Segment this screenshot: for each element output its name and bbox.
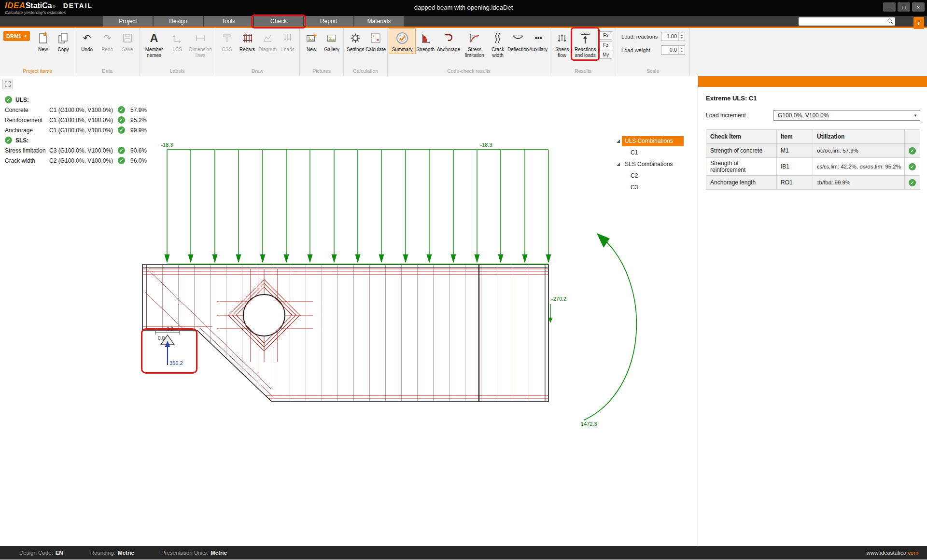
check-icon: ✓ xyxy=(118,116,125,124)
distributed-load: -18.3 -18.3 xyxy=(161,142,551,264)
strength-button[interactable]: Strength xyxy=(415,29,435,54)
gallery-button[interactable]: Gallery xyxy=(322,29,342,54)
reactions-and-loads-button[interactable]: Reactions and loads xyxy=(572,29,598,59)
tree-item-sls-combinations[interactable]: SLS Combinations xyxy=(614,158,684,170)
extreme-title: Extreme ULS: C1 xyxy=(706,95,920,102)
strength-icon xyxy=(420,32,431,44)
settings-button[interactable]: Settings xyxy=(345,29,365,54)
dimension-lines-icon xyxy=(195,33,206,43)
info-icon: i xyxy=(918,19,920,27)
load-weight-scale-input[interactable]: 0.0 ▲▼ xyxy=(661,45,685,55)
ribbon-tab-bar: Project Design Tools Check Report Materi… xyxy=(0,16,927,28)
table-row[interactable]: Strength of reinforcement IB1 εs/εs,lim:… xyxy=(706,158,920,176)
moment-arrow: 1472.3 xyxy=(581,233,636,427)
project-item-selector[interactable]: DRM1 ▼ xyxy=(3,31,30,41)
svg-text:×: × xyxy=(377,38,379,42)
tab-project[interactable]: Project xyxy=(103,16,153,27)
settings-gear-icon xyxy=(350,32,361,44)
col-header-status xyxy=(905,130,920,144)
undo-button[interactable]: ↶ Undo xyxy=(77,29,97,54)
load-increment-dropdown[interactable]: G100.0%, V100.0% ▼ xyxy=(773,110,920,121)
stress-limitation-button[interactable]: Stress limitation xyxy=(462,29,488,59)
website-link[interactable]: www.ideastatica.com xyxy=(867,550,918,556)
redo-button[interactable]: ↷ Redo xyxy=(97,29,117,54)
table-row[interactable]: Anchorage length RO1 τb/fbd: 99.9% ✓ xyxy=(706,176,920,190)
lcs-button[interactable]: LCS xyxy=(167,29,187,54)
fit-view-icon xyxy=(4,81,11,87)
spin-up-icon[interactable]: ▲ xyxy=(680,47,683,50)
spin-down-icon[interactable]: ▼ xyxy=(680,50,683,54)
anchorage-button[interactable]: Anchorage xyxy=(435,29,462,54)
presentation-units-status: Presentation Units:Metric xyxy=(161,550,227,556)
tab-check[interactable]: Check xyxy=(254,16,303,27)
ribbon-group-code-check: Summary Strength Anchorage Stress limita… xyxy=(388,28,550,76)
redo-icon: ↷ xyxy=(103,33,112,43)
spin-down-icon[interactable]: ▼ xyxy=(680,37,683,40)
auxiliary-button[interactable]: ••• Auxiliary xyxy=(528,29,548,54)
check-icon: ✓ xyxy=(5,96,12,103)
deflection-button[interactable]: Deflection xyxy=(508,29,528,54)
tree-item-c2[interactable]: C2 xyxy=(628,170,684,182)
design-code-status: Design Code:EN xyxy=(19,550,63,556)
tab-design[interactable]: Design xyxy=(154,16,203,27)
info-button[interactable]: i xyxy=(913,17,924,29)
group-label-scale: Scale xyxy=(618,68,688,76)
spin-up-icon[interactable]: ▲ xyxy=(680,33,683,37)
table-row[interactable]: Strength of concrete M1 σc/σc,lim: 57.9%… xyxy=(706,144,920,158)
copy-project-item-button[interactable]: Copy xyxy=(53,29,73,54)
svg-text:+: + xyxy=(372,34,375,39)
diagram-button[interactable]: Diagram xyxy=(257,29,278,54)
shear-mark: -270.2 xyxy=(548,296,567,323)
new-project-item-button[interactable]: New xyxy=(33,29,53,54)
reactions-icon xyxy=(579,32,591,44)
new-picture-button[interactable]: New xyxy=(301,29,322,54)
tab-materials[interactable]: Materials xyxy=(354,16,404,27)
stress-limitation-icon xyxy=(469,32,480,44)
tab-report[interactable]: Report xyxy=(304,16,353,27)
search-input[interactable] xyxy=(800,18,887,24)
summary-button[interactable]: Summary xyxy=(389,29,415,54)
css-button[interactable]: CSS xyxy=(217,29,237,54)
summary-row-crack-width: Crack widthC2 (G100.0%, V100.0%)✓96.0% xyxy=(5,155,155,166)
calculate-button[interactable]: +× Calculate xyxy=(365,29,386,54)
stress-flow-button[interactable]: Stress flow xyxy=(552,29,572,59)
save-button[interactable]: Save xyxy=(117,29,138,54)
copy-icon xyxy=(57,32,69,44)
summary-row-stress-limitation: Stress limitationC3 (G100.0%, V100.0%)✓9… xyxy=(5,145,155,155)
deflection-icon xyxy=(512,32,524,44)
logo-reg: ® xyxy=(53,5,56,9)
search-box[interactable] xyxy=(799,17,895,26)
my-toggle[interactable]: My xyxy=(599,51,612,59)
minimize-button[interactable]: — xyxy=(883,2,896,12)
group-label-labels: Labels xyxy=(141,68,213,76)
maximize-button[interactable]: □ xyxy=(898,2,910,12)
ribbon-group-data: ↶ Undo ↷ Redo Save Data xyxy=(75,28,140,76)
tree-item-c3[interactable]: C3 xyxy=(628,182,684,193)
load-reactions-scale-label: Load, reactions xyxy=(621,34,661,40)
expander-icon[interactable] xyxy=(614,163,622,166)
close-button[interactable]: × xyxy=(912,2,925,12)
rebars-button[interactable]: Rebars xyxy=(237,29,257,54)
results-panel: Extreme ULS: C1 Load increment G100.0%, … xyxy=(698,76,927,546)
fx-toggle[interactable]: Fx xyxy=(599,31,612,40)
expander-icon[interactable] xyxy=(614,140,622,143)
fit-view-button[interactable] xyxy=(2,79,13,89)
logo-idea: IDEA xyxy=(5,1,26,11)
load-reactions-scale-input[interactable]: 1.00 ▲▼ xyxy=(661,32,685,41)
check-icon: ✓ xyxy=(5,137,12,144)
tree-item-c1[interactable]: C1 xyxy=(628,147,684,158)
loads-button[interactable]: Loads xyxy=(278,29,298,54)
dimension-lines-button[interactable]: Dimension lines xyxy=(187,29,213,59)
uls-header: ULS: xyxy=(15,97,29,103)
tab-tools[interactable]: Tools xyxy=(204,16,253,27)
fz-toggle[interactable]: Fz xyxy=(599,41,612,49)
drawing-canvas[interactable]: ✓ULS: ConcreteC1 (G100.0%, V100.0%)✓57.9… xyxy=(0,76,698,546)
cross-section-icon xyxy=(222,33,232,43)
tree-item-uls-combinations[interactable]: ULS Combinations xyxy=(614,135,684,147)
member-names-button[interactable]: A Member names xyxy=(141,29,167,59)
group-label-calculation: Calculation xyxy=(345,68,386,76)
summary-row-concrete: ConcreteC1 (G100.0%, V100.0%)✓57.9% xyxy=(5,105,155,115)
check-icon: ✓ xyxy=(909,163,916,170)
crack-width-button[interactable]: Crack width xyxy=(488,29,508,59)
ribbon-group-pictures: New Gallery Pictures xyxy=(300,28,344,76)
